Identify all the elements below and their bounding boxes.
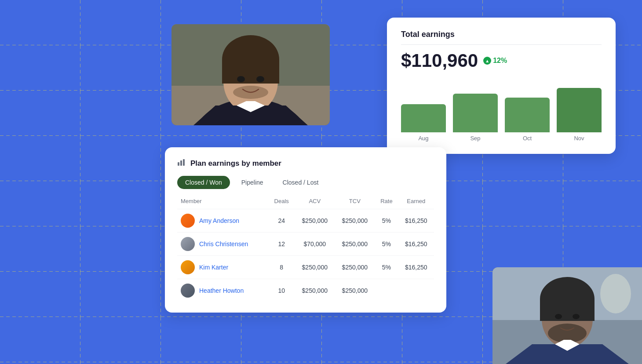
col-deals: Deals [268,198,295,209]
cell-tcv: $250,000 [335,233,375,256]
bar [505,98,550,132]
bar-col: Aug [401,84,446,142]
member-cell: Chris Christensen [177,233,268,256]
cell-acv: $250,000 [295,256,335,279]
bar-label: Oct [523,135,532,142]
cell-rate: 5% [375,256,398,279]
earnings-title: Total earnings [401,30,602,39]
cell-deals: 8 [268,256,295,279]
svg-point-12 [233,86,268,99]
cell-earned: $16,250 [398,233,434,256]
tab-closed-won[interactable]: Closed / Won [177,176,230,189]
cell-earned: $16,250 [398,209,434,233]
cell-earned: $16,250 [398,256,434,279]
bar [453,94,498,132]
chart-icon [177,158,186,169]
plan-card: Plan earnings by member Closed / Won Pip… [165,147,446,313]
bar-col: Nov [557,84,602,142]
table-row: Chris Christensen12$70,000$250,0005%$16,… [177,233,434,256]
cell-rate: 5% [375,233,398,256]
member-cell: Kim Karter [177,256,268,279]
cell-deals: 24 [268,209,295,233]
earnings-card: Total earnings $110,960 ▲ 12% AugSepOctN… [387,18,616,154]
table-row: Kim Karter8$250,000$250,0005%$16,250 [177,256,434,279]
cell-rate: 5% [375,209,398,233]
tab-pipeline[interactable]: Pipeline [233,176,271,189]
member-avatar [181,237,195,251]
col-member: Member [177,198,268,209]
col-earned: Earned [398,198,434,209]
svg-point-25 [555,314,562,319]
member-avatar [181,214,195,228]
cell-acv: $250,000 [295,279,335,302]
cell-deals: 12 [268,233,295,256]
svg-point-18 [600,274,631,313]
bar-col: Sep [453,84,498,142]
plan-card-header: Plan earnings by member [177,158,434,169]
svg-point-11 [256,76,264,82]
bar-col: Oct [505,84,550,142]
bar-chart: AugSepOctNov [401,80,602,142]
member-cell: Heather Howton [177,279,268,302]
earnings-amount: $110,960 [401,50,478,71]
member-name[interactable]: Chris Christensen [199,240,248,248]
member-avatar [181,284,195,298]
bar [557,88,602,132]
member-cell: Amy Anderson [177,209,268,233]
bar-label: Aug [418,135,428,142]
person-top-image [171,24,330,125]
member-name[interactable]: Amy Anderson [199,217,239,224]
cell-acv: $250,000 [295,209,335,233]
col-acv: ACV [295,198,335,209]
earnings-divider [401,44,602,45]
svg-rect-9 [222,59,279,84]
plan-card-title: Plan earnings by member [190,159,281,168]
cell-deals: 10 [268,279,295,302]
svg-rect-14 [180,160,182,166]
col-rate: Rate [375,198,398,209]
table-row: Heather Howton10$250,000$250,000 [177,279,434,302]
cell-tcv: $250,000 [335,209,375,233]
bar-label: Sep [470,135,480,142]
cell-earned [398,279,434,302]
svg-rect-23 [540,299,595,321]
cell-acv: $70,000 [295,233,335,256]
earnings-percent: 12% [493,57,507,65]
svg-rect-13 [178,162,179,166]
cell-tcv: $250,000 [335,279,375,302]
plan-table: Member Deals ACV TCV Rate Earned Amy And… [177,198,434,302]
person-bottom-right-image [492,267,642,364]
cell-tcv: $250,000 [335,256,375,279]
earnings-amount-row: $110,960 ▲ 12% [401,50,602,71]
svg-rect-15 [183,159,185,166]
member-name[interactable]: Kim Karter [199,264,228,271]
svg-point-26 [573,314,580,319]
svg-point-10 [237,76,245,82]
col-tcv: TCV [335,198,375,209]
member-name[interactable]: Heather Howton [199,287,244,294]
table-row: Amy Anderson24$250,000$250,0005%$16,250 [177,209,434,233]
earnings-badge: ▲ 12% [483,57,507,65]
tab-closed-lost[interactable]: Closed / Lost [275,176,327,189]
member-avatar [181,260,195,274]
arrow-up-icon: ▲ [483,57,491,65]
bar-label: Nov [574,135,584,142]
plan-tabs: Closed / Won Pipeline Closed / Lost [177,176,434,189]
bar [401,104,446,132]
cell-rate [375,279,398,302]
